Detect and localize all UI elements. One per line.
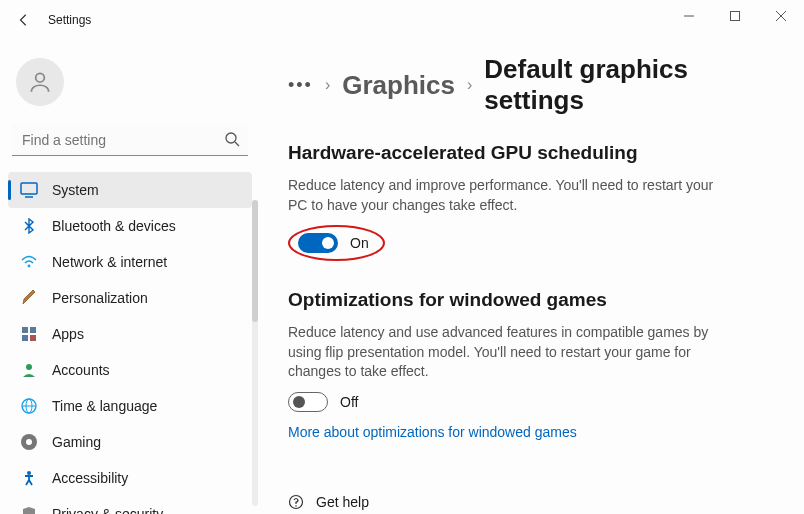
maximize-icon	[730, 11, 740, 21]
help-icon	[288, 494, 304, 510]
windowed-optimizations-toggle[interactable]	[288, 392, 328, 412]
sidebar-scrollbar[interactable]	[252, 200, 258, 506]
sidebar-item-label: Apps	[52, 326, 84, 342]
gpu-scheduling-toggle[interactable]	[298, 233, 338, 253]
sidebar-item-accounts[interactable]: Accounts	[8, 352, 252, 388]
toggle-label: On	[350, 235, 369, 251]
svg-rect-10	[22, 335, 28, 341]
search-input[interactable]	[12, 124, 248, 156]
toggle-row-windowed: Off	[288, 392, 776, 412]
main-content: ••• › Graphics › Default graphics settin…	[260, 40, 804, 514]
window-title: Settings	[48, 13, 91, 27]
svg-line-4	[235, 142, 239, 146]
sidebar-item-time[interactable]: Time & language	[8, 388, 252, 424]
sidebar: System Bluetooth & devices Network & int…	[0, 40, 260, 514]
search-wrap	[12, 124, 248, 156]
scrollbar-thumb[interactable]	[252, 200, 258, 322]
svg-point-2	[36, 73, 45, 82]
back-button[interactable]	[4, 0, 44, 40]
sidebar-item-label: Bluetooth & devices	[52, 218, 176, 234]
sidebar-item-apps[interactable]: Apps	[8, 316, 252, 352]
minimize-button[interactable]	[666, 0, 712, 32]
svg-rect-8	[22, 327, 28, 333]
sidebar-item-label: Accounts	[52, 362, 110, 378]
svg-point-17	[26, 439, 32, 445]
close-button[interactable]	[758, 0, 804, 32]
more-about-link[interactable]: More about optimizations for windowed ga…	[288, 424, 577, 440]
sidebar-item-label: Network & internet	[52, 254, 167, 270]
profile-area[interactable]	[8, 48, 252, 124]
breadcrumb-current: Default graphics settings	[484, 54, 776, 116]
section-title-windowed: Optimizations for windowed games	[288, 289, 776, 311]
accounts-icon	[20, 361, 38, 379]
svg-rect-1	[731, 12, 740, 21]
sidebar-item-system[interactable]: System	[8, 172, 252, 208]
sidebar-item-label: Gaming	[52, 434, 101, 450]
section-desc-gpu: Reduce latency and improve performance. …	[288, 176, 728, 215]
svg-rect-9	[30, 327, 36, 333]
sidebar-item-label: Accessibility	[52, 470, 128, 486]
annotation-highlight: On	[288, 225, 385, 261]
sidebar-item-accessibility[interactable]: Accessibility	[8, 460, 252, 496]
svg-rect-5	[21, 183, 37, 194]
svg-point-7	[28, 265, 31, 268]
search-icon	[224, 131, 240, 150]
sidebar-item-label: System	[52, 182, 99, 198]
chevron-right-icon: ›	[467, 76, 472, 94]
minimize-icon	[684, 11, 694, 21]
accessibility-icon	[20, 469, 38, 487]
svg-point-18	[27, 471, 31, 475]
footer-link-label: Get help	[316, 494, 369, 510]
avatar	[16, 58, 64, 106]
wifi-icon	[20, 253, 38, 271]
sidebar-item-label: Time & language	[52, 398, 157, 414]
toggle-label: Off	[340, 394, 358, 410]
get-help-link[interactable]: Get help	[288, 488, 776, 514]
sidebar-item-label: Personalization	[52, 290, 148, 306]
sidebar-item-personalization[interactable]: Personalization	[8, 280, 252, 316]
section-desc-windowed: Reduce latency and use advanced features…	[288, 323, 728, 382]
section-title-gpu: Hardware-accelerated GPU scheduling	[288, 142, 776, 164]
breadcrumb-parent[interactable]: Graphics	[342, 70, 455, 101]
window-controls	[666, 0, 804, 32]
svg-point-12	[26, 364, 32, 370]
globe-icon	[20, 397, 38, 415]
nav-list: System Bluetooth & devices Network & int…	[8, 172, 252, 514]
brush-icon	[20, 289, 38, 307]
breadcrumb-overflow[interactable]: •••	[288, 75, 313, 96]
maximize-button[interactable]	[712, 0, 758, 32]
toggle-row-gpu: On	[288, 225, 776, 261]
sidebar-item-gaming[interactable]: Gaming	[8, 424, 252, 460]
svg-rect-11	[30, 335, 36, 341]
sidebar-item-network[interactable]: Network & internet	[8, 244, 252, 280]
system-icon	[20, 181, 38, 199]
sidebar-item-privacy[interactable]: Privacy & security	[8, 496, 252, 514]
footer-links: Get help Give feedback	[288, 488, 776, 514]
close-icon	[776, 11, 786, 21]
breadcrumb: ••• › Graphics › Default graphics settin…	[288, 54, 776, 116]
bluetooth-icon	[20, 217, 38, 235]
arrow-left-icon	[17, 13, 31, 27]
sidebar-item-label: Privacy & security	[52, 506, 163, 514]
shield-icon	[20, 505, 38, 514]
apps-icon	[20, 325, 38, 343]
svg-point-3	[226, 133, 236, 143]
sidebar-item-bluetooth[interactable]: Bluetooth & devices	[8, 208, 252, 244]
person-icon	[27, 69, 53, 95]
chevron-right-icon: ›	[325, 76, 330, 94]
titlebar: Settings	[0, 0, 804, 40]
gaming-icon	[20, 433, 38, 451]
svg-point-20	[295, 505, 297, 507]
